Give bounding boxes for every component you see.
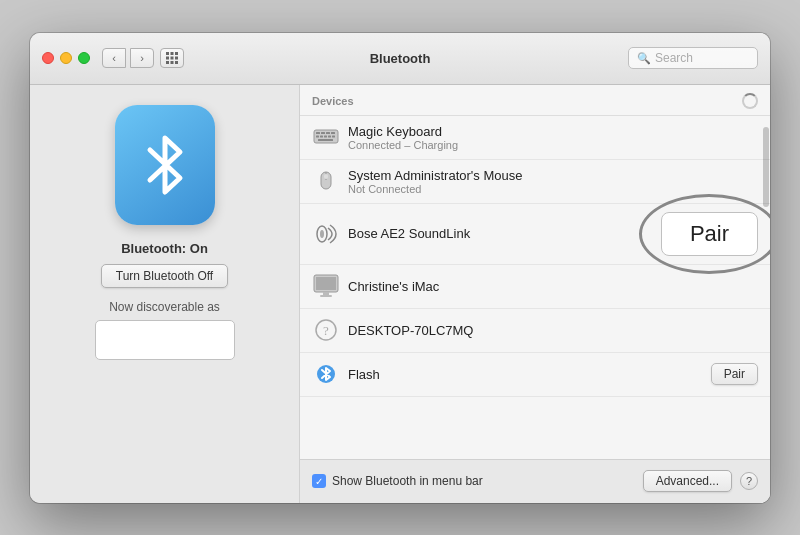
device-item-admin-mouse: System Administrator's Mouse Not Connect… [300,160,770,204]
checkbox-text: Show Bluetooth in menu bar [332,474,483,488]
search-box[interactable]: 🔍 Search [628,47,758,69]
svg-rect-18 [332,136,335,138]
svg-text:?: ? [323,323,329,338]
svg-rect-14 [316,136,319,138]
grid-button[interactable] [160,48,184,68]
show-bluetooth-checkbox[interactable]: ✓ [312,474,326,488]
scrollbar-thumb [763,127,769,207]
svg-rect-7 [171,61,174,64]
checkmark-icon: ✓ [315,476,323,487]
loading-spinner [742,93,758,109]
svg-rect-10 [316,132,320,134]
device-info-christines-imac: Christine's iMac [348,279,758,294]
discoverable-name-box [95,320,235,360]
device-name: Flash [348,367,711,382]
svg-rect-13 [331,132,335,134]
svg-rect-5 [175,57,178,60]
forward-button[interactable]: › [130,48,154,68]
svg-rect-4 [171,57,174,60]
device-name: Christine's iMac [348,279,758,294]
question-icon: ? [312,320,340,340]
bluetooth-small-icon [312,364,340,384]
bluetooth-logo [140,130,190,200]
device-info-admin-mouse: System Administrator's Mouse Not Connect… [348,168,758,195]
left-panel: Bluetooth: On Turn Bluetooth Off Now dis… [30,85,300,503]
svg-rect-28 [320,295,332,297]
svg-rect-3 [166,57,169,60]
content-area: Bluetooth: On Turn Bluetooth Off Now dis… [30,85,770,503]
device-info-desktop: DESKTOP-70LC7MQ [348,323,758,338]
svg-rect-16 [324,136,327,138]
pair-button-bose-highlighted[interactable]: Pair [661,212,758,256]
svg-rect-0 [166,52,169,55]
device-info-flash: Flash [348,367,711,382]
svg-rect-19 [318,139,333,141]
svg-rect-17 [328,136,331,138]
search-placeholder: Search [655,51,693,65]
mouse-icon [312,171,340,191]
advanced-button[interactable]: Advanced... [643,470,732,492]
turn-bluetooth-off-button[interactable]: Turn Bluetooth Off [101,264,228,288]
scrollbar-track[interactable] [762,115,770,459]
svg-rect-1 [171,52,174,55]
main-window: ‹ › Bluetooth 🔍 Search [30,33,770,503]
bluetooth-status: Bluetooth: On [121,241,208,256]
window-title: Bluetooth [370,51,431,66]
device-item-magic-keyboard: Magic Keyboard Connected – Charging [300,116,770,160]
device-name: Bose AE2 SoundLink [348,226,661,241]
imac-icon [312,276,340,296]
bottom-bar: ✓ Show Bluetooth in menu bar Advanced...… [300,459,770,503]
nav-buttons: ‹ › [102,48,154,68]
right-panel: Devices [300,85,770,503]
svg-rect-2 [175,52,178,55]
svg-rect-8 [175,61,178,64]
device-info-magic-keyboard: Magic Keyboard Connected – Charging [348,124,758,151]
devices-title: Devices [312,95,354,107]
device-name: DESKTOP-70LC7MQ [348,323,758,338]
search-icon: 🔍 [637,52,651,65]
close-button[interactable] [42,52,54,64]
svg-rect-12 [326,132,330,134]
device-item-flash: Flash Pair [300,353,770,397]
svg-rect-15 [320,136,323,138]
pair-button-flash[interactable]: Pair [711,363,758,385]
titlebar: ‹ › Bluetooth 🔍 Search [30,33,770,85]
svg-rect-27 [323,292,329,295]
traffic-lights [42,52,90,64]
svg-rect-11 [321,132,325,134]
keyboard-icon [312,127,340,147]
device-status: Connected – Charging [348,139,758,151]
discoverable-label: Now discoverable as [109,300,220,314]
device-info-bose: Bose AE2 SoundLink [348,226,661,241]
devices-header: Devices [300,85,770,116]
device-item-bose: Bose AE2 SoundLink Pair [300,204,770,265]
devices-list: Magic Keyboard Connected – Charging [300,116,770,459]
minimize-button[interactable] [60,52,72,64]
device-item-desktop: ? DESKTOP-70LC7MQ [300,309,770,353]
device-name: System Administrator's Mouse [348,168,758,183]
maximize-button[interactable] [78,52,90,64]
svg-rect-22 [324,174,328,179]
svg-rect-26 [316,277,336,290]
device-name: Magic Keyboard [348,124,758,139]
help-button[interactable]: ? [740,472,758,490]
device-item-christines-imac: Christine's iMac [300,265,770,309]
bluetooth-icon-container [115,105,215,225]
back-button[interactable]: ‹ [102,48,126,68]
pair-highlight-container: Pair [661,212,758,256]
device-status: Not Connected [348,183,758,195]
svg-point-24 [320,230,324,238]
svg-rect-6 [166,61,169,64]
show-bluetooth-label: ✓ Show Bluetooth in menu bar [312,474,635,488]
speaker-icon [312,224,340,244]
